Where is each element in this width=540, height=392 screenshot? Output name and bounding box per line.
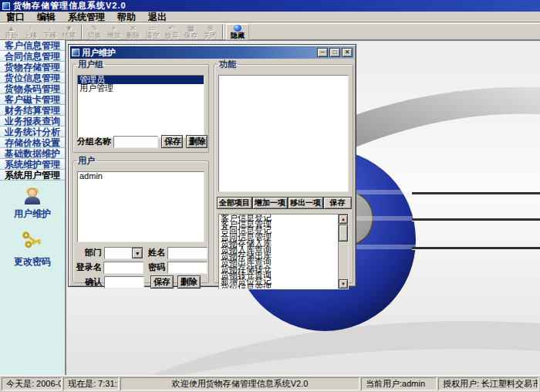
user-delete-button[interactable]: 删除: [177, 275, 201, 289]
toolbar-button-save[interactable]: ▦ 保存: [181, 24, 201, 40]
password-input[interactable]: [167, 262, 208, 274]
user-box: 用户 admin 部门 ▼ 姓名 登录名 密码: [73, 155, 209, 283]
dialog-icon: [72, 49, 79, 56]
sidebar-item-8[interactable]: 业务统计分析: [0, 127, 65, 137]
confirm-input[interactable]: [104, 276, 144, 289]
toolbar-button-icon: ▲: [8, 25, 15, 32]
sidebar: 客户信息管理 合同信息管理 货物存储管理 货位信息管理 货物条码管理 客户磁卡管…: [0, 40, 66, 375]
toolbar-button-icon: +: [112, 25, 116, 32]
add-one-button[interactable]: 增加一项: [252, 197, 288, 209]
sidebar-item-11[interactable]: 系统维护管理: [0, 159, 65, 170]
dialog-close-button[interactable]: ✕: [342, 48, 353, 57]
toolbar-button-end[interactable]: ▼ 结尾: [59, 24, 79, 40]
toolbar-button-icon: ✕: [130, 25, 136, 32]
toolbar-button-icon: ▦: [187, 25, 194, 32]
toolbar-separator: [81, 25, 83, 39]
status-licensed-user: 授权用户: 长江塑料交易市场: [438, 377, 538, 390]
user-save-button[interactable]: 保存: [150, 275, 174, 289]
sidebar-item-0[interactable]: 客户信息管理: [0, 40, 65, 51]
shortcut-change-password[interactable]: 更改密码: [0, 231, 65, 269]
status-welcome: 欢迎使用货物存储管理信息系统V2.0: [120, 377, 359, 390]
toolbar-separator: [222, 25, 224, 39]
toolbar-button-close[interactable]: ⊗ 关闭: [201, 24, 220, 40]
functions-save-button[interactable]: 保存: [323, 197, 352, 209]
toolbar-button-icon: ✎: [91, 25, 97, 32]
available-functions-list[interactable]: 客户信息登记 客户信息管理 合同信息登记 合同信息管理 货物存储入库 货物入库查…: [218, 214, 349, 289]
scroll-up-icon[interactable]: ▲: [339, 215, 348, 224]
login-input[interactable]: [103, 262, 143, 274]
window-title: 货物存储管理信息系统V2.0: [13, 0, 127, 12]
toolbar-button-label: 隐藏: [231, 32, 245, 39]
sidebar-item-3[interactable]: 货位信息管理: [0, 73, 65, 83]
functions-scrollbar[interactable]: ▲ ▼: [338, 215, 348, 289]
status-date: 今天是: 2006-09-05: [2, 377, 62, 390]
user-item-0[interactable]: admin: [78, 172, 204, 181]
dialog-title-bar: 用户维护 ─ □ ✕: [70, 46, 354, 59]
menu-item-exit[interactable]: 退出: [142, 12, 173, 22]
sidebar-item-7[interactable]: 业务报表查询: [0, 116, 65, 127]
sidebar-item-4[interactable]: 货物条码管理: [0, 83, 65, 94]
toolbar-button-start[interactable]: ▲ 开始: [2, 24, 21, 40]
menu-item-system-manage[interactable]: 系统管理: [62, 12, 111, 22]
assigned-functions-list[interactable]: [218, 75, 349, 192]
sidebar-item-2[interactable]: 货物存储管理: [0, 62, 65, 73]
toolbar-button-discard[interactable]: ↶ 放弃: [162, 24, 181, 40]
functions-box: 功能 全部项目 增加一项 移出一项 保存 客户信息登记 客户信息管理 合同: [214, 59, 353, 283]
confirm-label: 确认: [76, 276, 102, 288]
sidebar-item-1[interactable]: 合同信息管理: [0, 51, 65, 62]
shortcut-user-maintenance[interactable]: 用户维护: [0, 188, 65, 221]
toolbar-button-label: 下移: [43, 32, 57, 39]
group-save-button[interactable]: 保存: [161, 135, 183, 148]
functions-legend: 功能: [218, 59, 238, 70]
name-label: 姓名: [143, 247, 165, 259]
dialog-minimize-button[interactable]: ─: [317, 48, 328, 57]
sidebar-item-6[interactable]: 财务结算管理: [0, 105, 65, 116]
menu-item-help[interactable]: 帮助: [111, 12, 142, 22]
toolbar-button-label: 关闭: [204, 32, 218, 39]
toolbar-button-delete[interactable]: ✕ 删除: [123, 24, 143, 40]
dialog-title: 用户维护: [82, 47, 316, 59]
status-bar: 今天是: 2006-09-05 现在是: 7:31:14 欢迎使用货物存储管理信…: [0, 375, 540, 392]
toolbar-button-label: 结尾: [62, 32, 76, 39]
name-input[interactable]: [167, 247, 208, 259]
toolbar-button-label: 清空: [146, 32, 160, 39]
sidebar-item-9[interactable]: 存储价格设置: [0, 137, 65, 148]
toolbar-button-clear[interactable]: ▭ 清空: [143, 24, 162, 40]
user-group-legend: 用户组: [76, 59, 105, 70]
toolbar-button-move-up[interactable]: ↑ 上移: [21, 24, 40, 40]
dept-label: 部门: [76, 247, 102, 259]
scrollbar-thumb[interactable]: [339, 225, 348, 242]
toolbar-button-label: 保存: [184, 32, 198, 39]
toolbar-button-label: 开始: [5, 32, 19, 39]
toolbar-button-toggle[interactable]: ✎ 切换: [85, 24, 104, 40]
menu-item-window[interactable]: 窗口: [0, 12, 31, 22]
sidebar-item-10[interactable]: 基础数据维护: [0, 148, 65, 159]
department-select[interactable]: ▼: [104, 247, 144, 259]
menu-item-edit[interactable]: 编辑: [31, 12, 62, 22]
user-group-list[interactable]: 管理员 用户管理: [77, 75, 204, 138]
user-list[interactable]: admin: [77, 171, 204, 242]
toolbar-button-icon: ⊗: [207, 25, 213, 32]
user-group-item-1[interactable]: 用户管理: [78, 84, 204, 93]
sidebar-item-12[interactable]: 系统用户管理: [0, 170, 65, 181]
status-current-user: 当前用户:admin: [361, 377, 437, 390]
hide-orb-icon: [234, 25, 241, 32]
all-items-button[interactable]: 全部项目: [217, 197, 252, 209]
user-group-box: 用户组 管理员 用户管理 分组名称 保存 删除: [73, 59, 209, 153]
toolbar-button-add[interactable]: + 增加: [104, 24, 123, 40]
group-delete-button[interactable]: 删除: [186, 135, 208, 148]
group-name-input[interactable]: [113, 136, 158, 148]
toolbar-button-hide[interactable]: 隐藏: [226, 24, 249, 40]
toolbar-button-label: 删除: [127, 32, 140, 39]
group-name-label: 分组名称: [77, 136, 111, 147]
dialog-maximize-button[interactable]: □: [329, 48, 340, 57]
scroll-down-icon[interactable]: ▼: [339, 279, 348, 289]
available-function-11[interactable]: 货位信息管理: [219, 284, 338, 289]
app-window: 货物存储管理信息系统V2.0 窗口 编辑 系统管理 帮助 退出 ▲ 开始 ↑: [0, 0, 540, 392]
remove-one-button[interactable]: 移出一项: [288, 197, 323, 209]
toolbar-button-icon: ▭: [149, 25, 156, 32]
toolbar-button-move-down[interactable]: ↓ 下移: [40, 24, 59, 40]
sidebar-item-5[interactable]: 客户磁卡管理: [0, 94, 65, 105]
chevron-down-icon[interactable]: ▼: [132, 248, 143, 259]
user-legend: 用户: [76, 155, 96, 167]
